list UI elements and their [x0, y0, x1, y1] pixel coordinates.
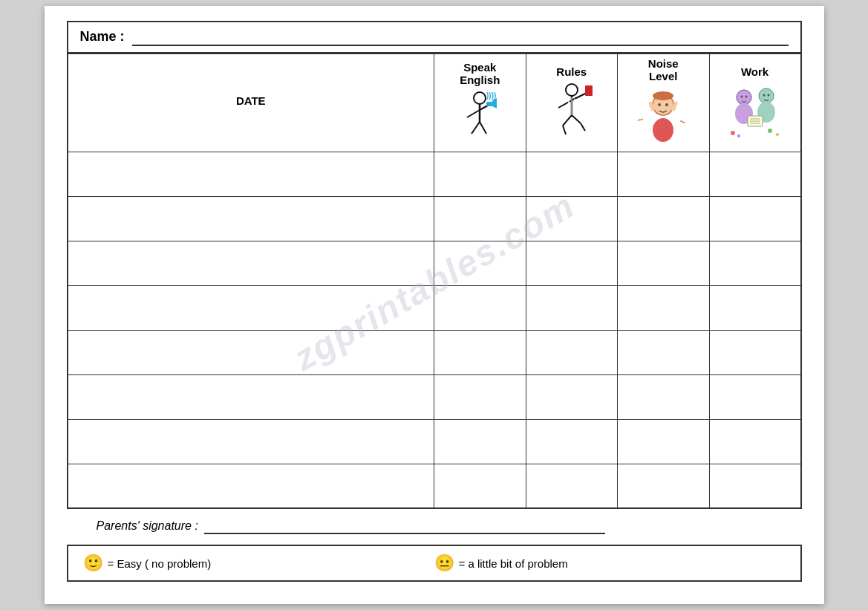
svg-point-23 [658, 103, 661, 106]
speak-cell [434, 374, 526, 419]
svg-point-22 [653, 91, 673, 100]
svg-line-15 [563, 126, 566, 134]
speak-cell [434, 419, 526, 464]
svg-point-44 [768, 129, 772, 133]
table-row [68, 152, 801, 196]
svg-point-37 [767, 94, 769, 96]
col-header-rules: Rules [526, 53, 618, 152]
speak-cell [434, 330, 526, 374]
rules-cell [526, 241, 618, 285]
table-row [68, 464, 801, 508]
parents-sig-label: Parents' signature : [97, 519, 198, 533]
date-cell [68, 152, 434, 196]
name-row: Name : [67, 21, 802, 53]
svg-line-11 [572, 93, 587, 100]
date-cell [68, 419, 434, 464]
speak-english-label: SpeakEnglish [439, 61, 521, 86]
svg-point-9 [566, 84, 578, 96]
table-row [68, 330, 801, 374]
work-cell [709, 285, 801, 330]
svg-line-5 [480, 122, 486, 134]
work-cell [709, 241, 801, 285]
work-cell [709, 152, 801, 196]
noise-cell [618, 374, 710, 419]
noise-level-label: NoiseLevel [622, 57, 705, 82]
speak-cell [434, 464, 526, 508]
page: Name : zgprintables.com DATE SpeakEnglis… [45, 6, 824, 605]
rules-cell [526, 196, 618, 241]
work-icon [725, 82, 785, 140]
svg-text:)))): )))) [486, 91, 496, 100]
noise-cell [618, 330, 710, 374]
svg-line-17 [581, 123, 585, 131]
noise-level-icon: ~ ~ [637, 87, 689, 149]
work-cell [709, 419, 801, 464]
svg-point-42 [731, 131, 735, 135]
date-cell [68, 374, 434, 419]
svg-point-24 [665, 103, 668, 106]
date-cell [68, 285, 434, 330]
name-input-line [132, 28, 789, 46]
svg-point-33 [745, 95, 747, 97]
svg-line-2 [467, 110, 480, 117]
svg-line-16 [572, 115, 581, 123]
work-cell [709, 374, 801, 419]
noise-cell [618, 241, 710, 285]
parents-signature-row: Parents' signature : [67, 518, 802, 534]
rules-cell [526, 419, 618, 464]
work-cell [709, 330, 801, 374]
noise-cell [618, 152, 710, 196]
rules-cell [526, 374, 618, 419]
date-cell [68, 330, 434, 374]
table-row [68, 419, 801, 464]
table-row [68, 285, 801, 330]
table-row [68, 241, 801, 285]
svg-line-26 [673, 103, 676, 109]
svg-text:~: ~ [637, 113, 645, 126]
noise-cell [618, 285, 710, 330]
speak-cell [434, 196, 526, 241]
easy-icon: 🙂 [83, 554, 103, 573]
svg-point-36 [763, 94, 765, 96]
noise-cell [618, 464, 710, 508]
rules-icon [549, 82, 594, 140]
work-label: Work [714, 65, 796, 78]
speak-cell [434, 152, 526, 196]
work-cell [709, 464, 801, 508]
date-cell [68, 196, 434, 241]
svg-line-4 [471, 122, 480, 134]
date-cell [68, 241, 434, 285]
date-header-label: DATE [73, 94, 430, 107]
svg-line-14 [563, 115, 572, 126]
svg-line-13 [558, 100, 572, 108]
rules-label: Rules [531, 65, 613, 78]
speak-cell [434, 285, 526, 330]
problem-label: = a little bit of problem [459, 557, 568, 570]
rules-cell [526, 152, 618, 196]
legend-problem: 😐 = a little bit of problem [434, 554, 786, 573]
col-header-noise-level: NoiseLevel [618, 53, 710, 152]
col-header-work: Work [709, 53, 801, 152]
svg-marker-7 [492, 98, 497, 108]
easy-label: = Easy ( no problem) [108, 557, 212, 570]
svg-point-45 [776, 133, 779, 136]
legend-box: 🙂 = Easy ( no problem) 😐 = a little bit … [67, 545, 802, 582]
rules-cell [526, 464, 618, 508]
svg-point-43 [737, 134, 740, 137]
col-header-speak-english: SpeakEnglish [434, 53, 526, 152]
svg-point-32 [740, 95, 743, 97]
table-row [68, 196, 801, 241]
table-wrapper: zgprintables.com DATE SpeakEnglish [67, 53, 802, 510]
svg-line-25 [650, 103, 653, 109]
signature-line [204, 518, 605, 534]
svg-point-0 [474, 92, 486, 104]
svg-line-3 [480, 106, 488, 110]
col-header-date: DATE [68, 53, 434, 152]
svg-rect-6 [486, 102, 492, 106]
noise-cell [618, 419, 710, 464]
rules-cell [526, 285, 618, 330]
svg-text:~: ~ [678, 115, 688, 129]
problem-icon: 😐 [434, 554, 454, 573]
svg-point-27 [653, 118, 673, 142]
main-table: DATE SpeakEnglish [67, 53, 802, 510]
